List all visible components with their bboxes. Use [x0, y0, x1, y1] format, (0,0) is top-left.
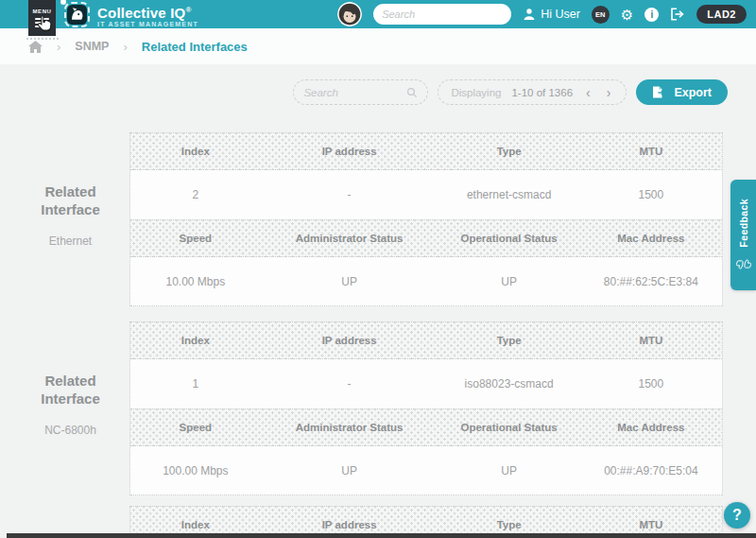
column-header: Operational Status: [438, 233, 580, 244]
displaying-range: 1-10 of 1366: [511, 87, 573, 98]
column-header: Index: [130, 146, 261, 157]
prev-page-button[interactable]: ‹: [583, 86, 593, 99]
table-cell: 100.00 Mbps: [130, 464, 261, 477]
table-cell: UP: [261, 275, 438, 288]
feedback-tab[interactable]: Feedback: [730, 180, 756, 290]
cursor-hand-icon: [37, 14, 53, 34]
table-cell: 1500: [580, 188, 722, 201]
greeting-label: Hi User: [541, 8, 580, 21]
table-cell: 1500: [580, 377, 722, 390]
brand-text: Collective IQ® IT ASSET MANAGEMENT: [97, 3, 198, 27]
card-subtitle: NC-6800h: [44, 424, 96, 437]
column-header: MTU: [580, 335, 722, 346]
column-header: Administrator Status: [261, 422, 438, 433]
column-header: Type: [438, 519, 580, 530]
column-header: Operational Status: [438, 422, 580, 433]
pagination: Displaying 1-10 of 1366 ‹ ›: [438, 79, 627, 105]
home-icon[interactable]: [28, 41, 43, 53]
card-title: Related Interface: [28, 182, 113, 219]
language-badge[interactable]: EN: [592, 6, 610, 24]
table-cell: 1: [130, 377, 261, 390]
column-header: Mac Address: [580, 422, 722, 433]
table-cell: 10.00 Mbps: [130, 275, 261, 288]
table-search: [293, 79, 428, 105]
export-label: Export: [674, 86, 712, 99]
table-cell: UP: [438, 275, 580, 288]
column-header: Index: [130, 335, 261, 346]
table-cell: 00:##:A9:70:E5:04: [580, 464, 722, 477]
header-search-input[interactable]: [382, 9, 516, 20]
column-header: IP address: [261, 519, 438, 530]
app-tagline: IT ASSET MANAGEMENT: [97, 21, 198, 27]
column-header: Type: [438, 335, 580, 346]
column-header: IP address: [261, 146, 438, 157]
next-page-button[interactable]: ›: [604, 86, 614, 99]
table-row: 1 - iso88023-csmacd 1500: [130, 359, 722, 408]
card-label: Related Interface Ethernet: [11, 132, 129, 306]
table-cell: -: [261, 377, 438, 390]
table-cell: ethernet-csmacd: [438, 188, 580, 201]
table-row: 100.00 Mbps UP UP 00:##:A9:70:E5:04: [130, 446, 722, 495]
column-header: Speed: [130, 422, 261, 433]
help-button[interactable]: ?: [724, 502, 750, 529]
app-title: Collective IQ®: [97, 3, 198, 20]
table-header-row: Speed Administrator Status Operational S…: [130, 408, 722, 446]
table-row: 10.00 Mbps UP UP 80:##:62:5C:E3:84: [130, 257, 722, 306]
table-row: 2 - ethernet-csmacd 1500: [130, 170, 722, 219]
table-cell: 80:##:62:5C:E3:84: [580, 275, 722, 288]
breadcrumb-snmp[interactable]: SNMP: [75, 40, 109, 53]
user-menu[interactable]: Hi User: [523, 8, 580, 21]
column-header: MTU: [580, 146, 722, 157]
person-icon: [523, 8, 536, 21]
table-cell: UP: [438, 464, 580, 477]
export-button[interactable]: Export: [636, 79, 728, 105]
column-header: Type: [438, 146, 580, 157]
gear-icon[interactable]: ⚙: [621, 8, 633, 22]
column-header: MTU: [580, 519, 722, 530]
displaying-label: Displaying: [451, 87, 501, 98]
bottom-edge-bar: [7, 533, 756, 538]
export-icon: [652, 86, 665, 98]
search-icon: [406, 87, 418, 98]
brand-logo[interactable]: Collective IQ® IT ASSET MANAGEMENT: [64, 2, 198, 27]
user-avatar[interactable]: [337, 2, 362, 26]
table-cell: UP: [261, 464, 438, 477]
table-search-input[interactable]: [303, 87, 401, 98]
card-label: Related Interface NC-6800h: [11, 321, 129, 495]
column-header: IP address: [261, 335, 438, 346]
breadcrumb-separator: ›: [57, 40, 60, 54]
list-toolbar: Displaying 1-10 of 1366 ‹ › Export: [0, 79, 728, 105]
column-header: Index: [130, 519, 261, 530]
table-cell: 2: [130, 188, 261, 201]
table-header-row: Speed Administrator Status Operational S…: [130, 219, 722, 257]
collectiveiq-logo-icon: [64, 2, 90, 27]
header-actions: Hi User EN ⚙ i LAD2: [337, 0, 747, 28]
column-header: Speed: [130, 233, 261, 244]
interface-table: Index IP address Type MTU 2 - ethernet-c…: [129, 132, 723, 306]
table-cell: iso88023-csmacd: [438, 377, 580, 390]
table-cell: -: [261, 188, 438, 201]
breadcrumb-current-page: Related Interfaces: [142, 40, 248, 54]
thumbs-up-down-icon: [736, 257, 751, 271]
menu-underline: [26, 38, 59, 40]
table-header-row: Index IP address Type MTU: [130, 132, 722, 170]
environment-badge: LAD2: [696, 5, 747, 24]
related-interface-card: Related Interface Ethernet Index IP addr…: [11, 132, 723, 306]
logo-dot: [60, 0, 66, 5]
feedback-label: Feedback: [738, 199, 749, 248]
header-search: [373, 4, 511, 25]
app-window: Collective IQ® IT ASSET MANAGEMENT: [0, 0, 756, 538]
card-subtitle: Ethernet: [49, 234, 92, 248]
info-icon[interactable]: i: [644, 8, 659, 22]
related-interface-card: Related Interface NC-6800h Index IP addr…: [11, 321, 723, 495]
card-title: Related Interface: [28, 372, 113, 408]
interface-table: Index IP address Type MTU 1 - iso88023-c…: [129, 321, 723, 495]
table-header-row: Index IP address Type MTU: [130, 321, 722, 359]
breadcrumb-separator: ›: [123, 40, 127, 54]
column-header: Mac Address: [580, 233, 722, 244]
top-bar: Collective IQ® IT ASSET MANAGEMENT: [0, 0, 756, 28]
logout-icon[interactable]: [670, 8, 685, 21]
column-header: Administrator Status: [261, 233, 438, 244]
breadcrumb: › SNMP › Related Interfaces: [0, 28, 756, 64]
